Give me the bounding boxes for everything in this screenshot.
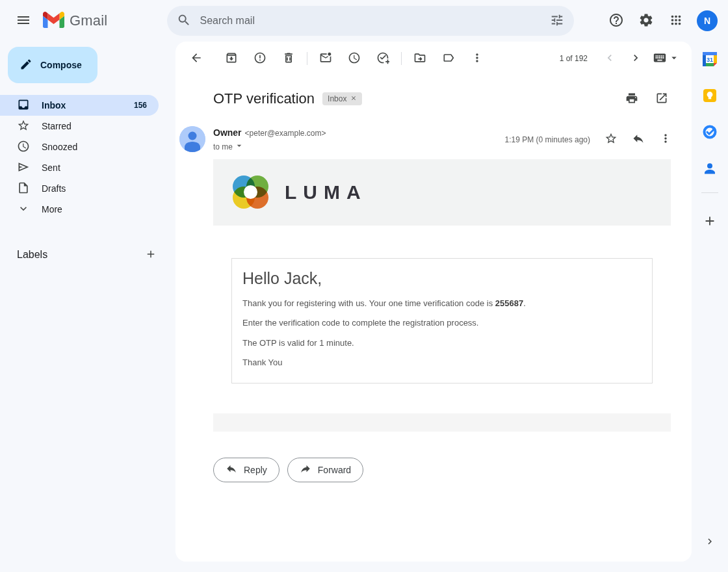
reply-arrow-icon	[632, 132, 645, 147]
sidebar-item-label: Inbox	[42, 100, 66, 110]
sidebar-item-sent[interactable]: Sent	[0, 157, 159, 178]
email-view-card: 1 of 192 OTP verification	[176, 42, 692, 562]
tasks-panel-button[interactable]	[697, 120, 723, 146]
contacts-panel-button[interactable]	[697, 156, 723, 182]
older-email-button[interactable]	[623, 46, 649, 72]
arrow-back-icon	[190, 51, 203, 66]
mark-unread-button[interactable]	[313, 46, 339, 72]
account-avatar[interactable]: N	[697, 10, 718, 31]
sidebar-item-inbox[interactable]: Inbox 156	[0, 95, 159, 116]
keyboard-icon	[653, 51, 667, 67]
archive-button[interactable]	[218, 46, 244, 72]
search-input[interactable]	[197, 15, 544, 27]
move-to-button[interactable]	[407, 46, 433, 72]
labels-section: Labels	[0, 244, 176, 265]
support-button[interactable]	[603, 8, 629, 34]
email-body: LUMA Hello Jack, Thank you for registeri…	[213, 159, 671, 432]
search-options-button[interactable]	[544, 8, 570, 34]
side-panel-toggle-button[interactable]	[697, 529, 723, 555]
clock-icon	[17, 140, 30, 155]
chevron-down-icon	[17, 202, 30, 217]
calendar-panel-button[interactable]: 31	[697, 47, 723, 73]
sidebar-item-starred[interactable]: Starred	[0, 116, 159, 136]
send-icon	[17, 161, 30, 176]
subject-actions	[619, 86, 675, 112]
sidebar-item-snoozed[interactable]: Snoozed	[0, 136, 159, 157]
forward-arrow-icon	[300, 463, 311, 476]
compose-label: Compose	[40, 60, 82, 70]
forward-label: Forward	[318, 465, 351, 475]
get-add-ons-button[interactable]	[697, 209, 723, 235]
compose-button[interactable]: Compose	[8, 47, 98, 83]
inbox-label-chip[interactable]: Inbox	[322, 92, 362, 105]
report-spam-icon	[254, 51, 266, 66]
google-apps-button[interactable]	[663, 8, 689, 34]
star-icon	[17, 119, 30, 134]
chevron-left-icon	[603, 51, 616, 66]
more-actions-button[interactable]	[464, 46, 490, 72]
input-tools-selector[interactable]	[649, 46, 684, 72]
delete-button[interactable]	[276, 46, 302, 72]
gmail-logo[interactable]: Gmail	[43, 12, 107, 31]
add-to-tasks-button[interactable]	[370, 46, 396, 72]
open-in-new-icon	[655, 92, 668, 107]
gmail-m-icon	[43, 12, 64, 31]
luma-logo-icon	[233, 176, 269, 209]
file-icon	[17, 181, 30, 196]
email-subject: OTP verification	[213, 90, 315, 107]
keep-panel-button[interactable]	[697, 83, 723, 109]
chevron-right-icon	[704, 536, 716, 549]
report-spam-button[interactable]	[247, 46, 273, 72]
forward-button[interactable]: Forward	[287, 458, 363, 482]
message-actions: 1:19 PM (0 minutes ago)	[505, 126, 679, 153]
sidebar-item-more[interactable]: More	[0, 199, 159, 220]
search-icon	[177, 13, 191, 29]
labels-button[interactable]	[436, 46, 462, 72]
folder-nav: Inbox 156 Starred Snoozed Sent Drafts	[0, 95, 159, 220]
sender-avatar	[179, 126, 205, 152]
toolbar-divider	[401, 52, 402, 65]
message-section: Hello Jack, Thank you for registering wi…	[213, 226, 671, 413]
back-button[interactable]	[183, 46, 209, 72]
sender-name: Owner	[213, 127, 242, 138]
google-contacts-icon	[702, 161, 718, 178]
side-panel-rail: 31	[692, 42, 728, 572]
plus-icon	[703, 214, 717, 230]
newer-email-button[interactable]	[597, 46, 623, 72]
snooze-button[interactable]	[341, 46, 367, 72]
chevron-right-icon	[629, 51, 642, 66]
trash-icon	[282, 51, 295, 66]
toolbar-group-organize	[407, 46, 490, 72]
reply-button-icon[interactable]	[625, 127, 651, 153]
email-toolbar: 1 of 192	[176, 42, 692, 73]
print-button[interactable]	[619, 86, 645, 112]
recipient-details-toggle[interactable]: to me	[213, 140, 326, 153]
open-in-new-window-button[interactable]	[649, 86, 675, 112]
folder-move-icon	[413, 51, 426, 66]
inbox-unread-count: 156	[134, 101, 147, 110]
label-tag-icon	[442, 51, 455, 66]
archive-icon	[225, 51, 238, 66]
google-keep-icon	[702, 88, 718, 105]
main-menu-button[interactable]	[8, 5, 39, 36]
brand-header: LUMA	[213, 159, 671, 226]
star-message-button[interactable]	[598, 127, 624, 153]
chip-label: Inbox	[328, 94, 346, 103]
star-outline-icon	[604, 132, 618, 147]
email-timestamp: 1:19 PM (0 minutes ago)	[505, 135, 590, 144]
settings-button[interactable]	[633, 8, 659, 34]
remove-label-icon[interactable]	[350, 94, 357, 103]
svg-text:31: 31	[707, 56, 713, 62]
sidebar-item-label: Snoozed	[42, 142, 77, 152]
sidebar-item-drafts[interactable]: Drafts	[0, 178, 159, 199]
page-count: 1 of 192	[560, 54, 588, 63]
rail-divider	[701, 192, 718, 193]
reply-button[interactable]: Reply	[213, 458, 280, 482]
search-button[interactable]	[171, 8, 197, 34]
reply-actions-row: Reply Forward	[213, 458, 692, 482]
sender-row: Owner <peter@example.com> to me 1:19 PM …	[176, 126, 692, 153]
message-more-button[interactable]	[653, 127, 679, 153]
left-sidebar: Compose Inbox 156 Starred Snoozed Se	[0, 42, 176, 572]
create-label-button[interactable]	[140, 244, 161, 265]
gear-icon	[638, 12, 654, 30]
